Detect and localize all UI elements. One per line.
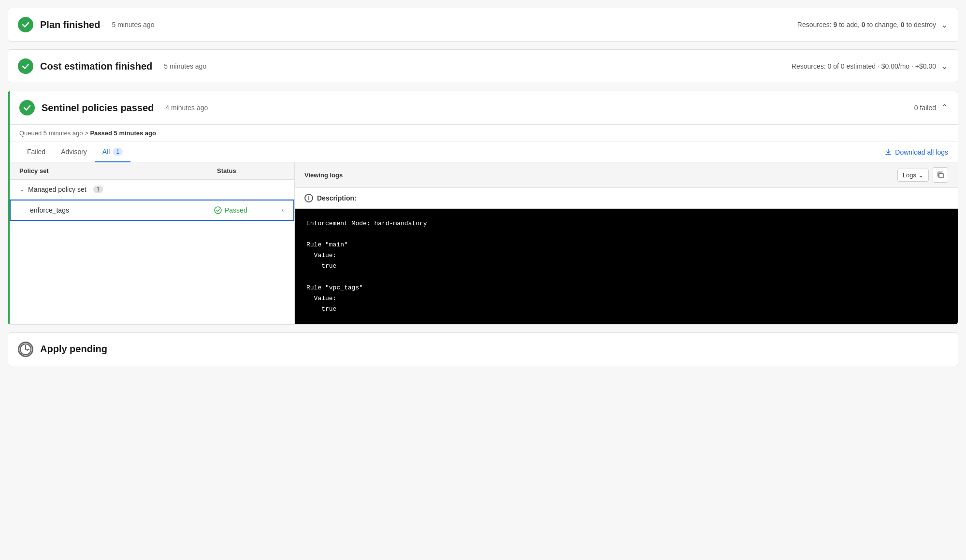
policy-table-area: Policy set Status ⌄ Managed policy set 1… xyxy=(10,162,958,324)
log-line-6: Value: xyxy=(306,293,946,304)
log-line-blank-1 xyxy=(306,229,946,240)
log-line-7: true xyxy=(306,304,946,315)
breadcrumb-passed: Passed 5 minutes ago xyxy=(90,129,156,137)
tab-failed[interactable]: Failed xyxy=(19,142,53,162)
svg-point-2 xyxy=(20,344,31,355)
policy-item-row[interactable]: enforce_tags Passed ‹ xyxy=(10,200,294,221)
plan-header-left: Plan finished 5 minutes ago xyxy=(18,17,154,32)
log-line-blank-2 xyxy=(306,272,946,282)
col-status-header: Status xyxy=(217,167,285,174)
plan-header[interactable]: Plan finished 5 minutes ago Resources: 9… xyxy=(8,8,958,41)
cost-resources-summary: Resources: 0 of 0 estimated · $0.00/mo ·… xyxy=(792,62,936,70)
apply-pending-title: Apply pending xyxy=(40,344,107,355)
plan-check-icon xyxy=(18,17,33,32)
sentinel-body: Queued 5 minutes ago > Passed 5 minutes … xyxy=(10,124,958,324)
apply-pending-header[interactable]: Apply pending xyxy=(8,333,958,366)
logs-dropdown[interactable]: Logs ⌄ xyxy=(897,169,929,182)
download-all-logs-link[interactable]: Download all logs xyxy=(884,148,948,156)
logs-dropdown-chevron: ⌄ xyxy=(918,172,923,179)
download-icon xyxy=(884,148,892,156)
sentinel-chevron-icon: ⌃ xyxy=(941,102,948,113)
breadcrumb-queued: Queued 5 minutes ago xyxy=(19,129,83,137)
download-all-logs-label: Download all logs xyxy=(895,148,948,156)
svg-rect-1 xyxy=(939,173,943,178)
sentinel-breadcrumb: Queued 5 minutes ago > Passed 5 minutes … xyxy=(10,125,958,142)
cost-estimation-title: Cost estimation finished xyxy=(40,61,152,72)
cost-estimation-header[interactable]: Cost estimation finished 5 minutes ago R… xyxy=(8,50,958,83)
sentinel-title: Sentinel policies passed xyxy=(42,102,154,114)
plan-time: 5 minutes ago xyxy=(112,21,154,29)
policy-item-name: enforce_tags xyxy=(30,206,214,214)
col-policy-set-header: Policy set xyxy=(19,167,217,174)
description-label: Description: xyxy=(317,194,357,202)
log-line-4: true xyxy=(306,261,946,272)
cost-estimation-time: 5 minutes ago xyxy=(164,62,206,70)
right-panel-actions: Logs ⌄ xyxy=(897,167,948,183)
viewing-logs-label: Viewing logs xyxy=(304,172,343,179)
policy-item-chevron: ‹ xyxy=(282,207,284,214)
plan-title: Plan finished xyxy=(40,19,100,30)
logs-dropdown-label: Logs xyxy=(903,172,916,179)
plan-section: Plan finished 5 minutes ago Resources: 9… xyxy=(8,8,958,42)
tab-advisory[interactable]: Advisory xyxy=(53,142,95,162)
clock-icon xyxy=(18,342,33,357)
copy-icon-btn[interactable] xyxy=(933,167,948,183)
plan-resources-text: Resources: 9 to add, 0 to change, 0 to d… xyxy=(797,21,936,29)
right-panel-header: Viewing logs Logs ⌄ xyxy=(295,162,958,188)
page-container: Plan finished 5 minutes ago Resources: 9… xyxy=(0,0,966,382)
tabs-bar: Failed Advisory All 1 Download all logs xyxy=(10,142,958,162)
log-line-3: Value: xyxy=(306,250,946,261)
tab-all-label: All xyxy=(102,148,110,156)
sentinel-header[interactable]: Sentinel policies passed 4 minutes ago 0… xyxy=(10,91,958,124)
svg-point-0 xyxy=(215,207,221,214)
passed-check-icon xyxy=(214,206,222,214)
policy-group-chevron-down: ⌄ xyxy=(19,186,24,193)
cost-chevron-icon: ⌄ xyxy=(941,61,948,72)
policy-item-status: Passed xyxy=(214,206,282,214)
sentinel-header-right: 0 failed ⌃ xyxy=(914,102,948,113)
plan-header-right: Resources: 9 to add, 0 to change, 0 to d… xyxy=(797,19,948,30)
sentinel-time: 4 minutes ago xyxy=(165,104,208,112)
table-header: Policy set Status xyxy=(10,162,294,180)
description-bar: i Description: xyxy=(295,188,958,209)
log-line-2: Rule "main" xyxy=(306,240,946,250)
breadcrumb-separator: > xyxy=(85,129,90,137)
info-icon: i xyxy=(304,194,313,202)
cost-estimation-section: Cost estimation finished 5 minutes ago R… xyxy=(8,49,958,83)
log-line-1: Enforcement Mode: hard-mandatory xyxy=(306,218,946,229)
left-panel: Policy set Status ⌄ Managed policy set 1… xyxy=(10,162,295,324)
sentinel-check-icon xyxy=(19,100,35,115)
log-terminal: Enforcement Mode: hard-mandatory Rule "m… xyxy=(295,209,958,324)
tab-advisory-label: Advisory xyxy=(61,148,87,156)
cost-estimation-header-right: Resources: 0 of 0 estimated · $0.00/mo ·… xyxy=(792,61,948,72)
sentinel-header-left: Sentinel policies passed 4 minutes ago xyxy=(19,100,208,115)
policy-group-name: Managed policy set xyxy=(28,186,87,193)
tab-all-badge: 1 xyxy=(113,148,123,156)
policy-group-badge: 1 xyxy=(93,186,103,193)
plan-chevron-icon: ⌄ xyxy=(941,19,948,30)
tab-all[interactable]: All 1 xyxy=(95,142,130,162)
cost-estimation-header-left: Cost estimation finished 5 minutes ago xyxy=(18,58,206,74)
log-line-5: Rule "vpc_tags" xyxy=(306,283,946,293)
cost-check-icon xyxy=(18,58,33,74)
policy-group-row[interactable]: ⌄ Managed policy set 1 xyxy=(10,180,294,200)
sentinel-failed-count: 0 failed xyxy=(914,104,936,112)
apply-pending-section: Apply pending xyxy=(8,332,958,366)
copy-icon xyxy=(937,171,944,179)
policy-item-status-label: Passed xyxy=(225,206,247,214)
sentinel-section: Sentinel policies passed 4 minutes ago 0… xyxy=(8,91,958,325)
right-panel: Viewing logs Logs ⌄ xyxy=(295,162,958,324)
tab-failed-label: Failed xyxy=(27,148,45,156)
